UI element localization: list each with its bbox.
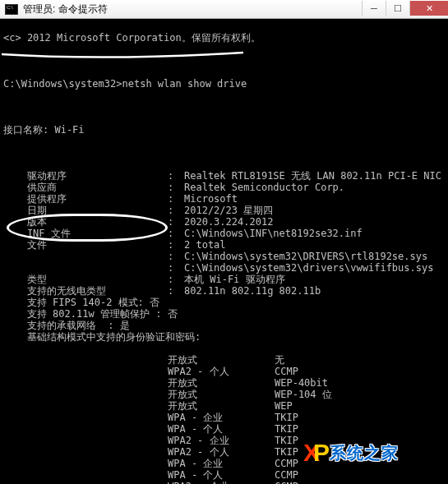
info-row: 基础结构模式中支持的身份验证和密码: <box>3 331 445 343</box>
auth-row: WPA2 - 个人CCMP <box>3 366 445 377</box>
interface-name: 接口名称: Wi-Fi <box>3 124 445 136</box>
auth-row: 开放式WEP-104 位 <box>3 389 445 400</box>
auth-row: WPA2 - 个人TKIP <box>3 446 445 458</box>
copyright-line: <c> 2012 Microsoft Corporation。保留所有权利。 <box>3 32 445 44</box>
auth-row: WPA - 企业TKIP <box>3 412 445 423</box>
auth-row: 开放式WEP-40bit <box>3 377 445 389</box>
info-row: : C:\Windows\system32\DRIVERS\rtl8192se.… <box>3 251 445 262</box>
annotation-circle-icon <box>7 214 168 242</box>
command-text: netsh wlan show drive <box>122 78 247 90</box>
info-row: 支持 FIPS 140-2 模式: 否 <box>3 297 445 308</box>
info-row: 提供程序: Microsoft <box>3 193 445 205</box>
auth-row: WPA - 个人CCMP <box>3 469 445 481</box>
info-row: : C:\Windows\system32\drivers\vwwififbus… <box>3 262 445 274</box>
terminal-output[interactable]: <c> 2012 Microsoft Corporation。保留所有权利。 C… <box>0 19 448 484</box>
info-row: 支持的无线电类型: 802.11n 802.11g 802.11b <box>3 285 445 297</box>
auth-row: WPA - 个人TKIP <box>3 423 445 435</box>
info-row: 支持 802.11w 管理帧保护 : 否 <box>3 308 445 320</box>
window-title: 管理员: 命令提示符 <box>23 2 108 16</box>
auth-row: WPA - 企业CCMP <box>3 458 445 469</box>
window-controls: ─ ☐ ✕ <box>362 1 448 17</box>
info-row: 类型: 本机 Wi-Fi 驱动程序 <box>3 274 445 285</box>
minimize-button[interactable]: ─ <box>362 1 386 16</box>
info-row: 支持的承载网络 : 是 <box>3 320 445 331</box>
auth-row: 开放式WEP <box>3 400 445 412</box>
auth-row: WPA2 - 企业TKIP <box>3 435 445 446</box>
info-row: 驱动程序: Realtek RTL8191SE 无线 LAN 802.11n P… <box>3 170 445 182</box>
window-titlebar: 管理员: 命令提示符 ─ ☐ ✕ <box>0 0 448 19</box>
maximize-button[interactable]: ☐ <box>386 1 409 16</box>
auth-row: 开放式无 <box>3 354 445 366</box>
auth-row: WPA2 - 企业CCMP <box>3 481 445 484</box>
info-row: 供应商: Realtek Semiconductor Corp. <box>3 182 445 193</box>
prompt: C:\Windows\system32> <box>3 78 122 90</box>
cmd-icon <box>5 4 18 15</box>
close-button[interactable]: ✕ <box>409 1 448 16</box>
